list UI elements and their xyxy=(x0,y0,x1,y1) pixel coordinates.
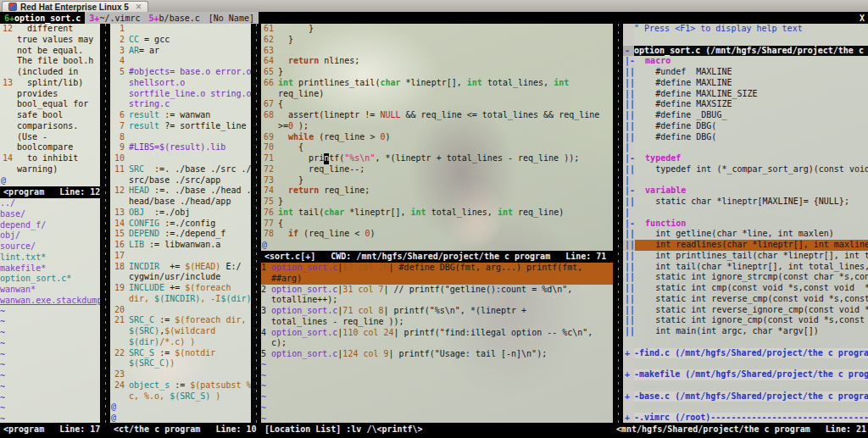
editor-row[interactable]: || static int cmp(const void *s,const vo… xyxy=(623,283,868,294)
editor-row[interactable]: dir, $(INCDIR), -I$(dir)) xyxy=(110,294,251,305)
editor-row[interactable]: 15DEPEND :=./depend_f xyxy=(110,229,251,240)
editor-row[interactable]: || int tail(char *lineptr[], int total_l… xyxy=(623,262,868,273)
editor-row[interactable]: 22SRC_S := $(notdir xyxy=(110,348,251,359)
editor-row[interactable]: 65} xyxy=(261,67,613,78)
editor-row[interactable]: | xyxy=(623,175,868,186)
editor-row[interactable]: || #undef MAXLINE xyxy=(623,67,868,78)
editor-row[interactable]: 9#LIBS=$(result).lib xyxy=(110,142,251,153)
editor-row[interactable]: 3 option_sort.c|71 col 8| printf("%s\n",… xyxy=(261,306,613,317)
editor-row[interactable]: 13OBJ :=./obj xyxy=(110,208,251,219)
statusline-explorer[interactable]: <program Line: 17 xyxy=(0,423,110,435)
editor-row[interactable]: || int readlines(char *lineptr[], int ma… xyxy=(623,240,868,251)
editor-row[interactable]: |- function xyxy=(623,219,868,230)
editor-row[interactable]: ~ xyxy=(0,414,100,423)
editor-row[interactable]: +-base.c (/mnt/hgfs/Shared/project/the c… xyxy=(623,391,868,402)
window-separator[interactable] xyxy=(613,24,623,423)
tab-close-icon[interactable]: X xyxy=(860,14,868,23)
editor-row[interactable]: +-find.c (/mnt/hgfs/Shared/project/the c… xyxy=(623,348,868,359)
editor-row[interactable]: req_line) xyxy=(261,89,613,100)
editor-row[interactable]: 12HEAD :=. ./base ./head ./ xyxy=(110,186,251,197)
statusline-makefile[interactable]: <ct/the c program Line: 10 xyxy=(110,423,261,435)
window-separator[interactable] xyxy=(251,24,261,423)
editor-row[interactable]: 16LIB := libwanwan.a xyxy=(110,240,251,251)
makefile-pane[interactable]: 12CC = gcc3AR= ar45#objects= base.o erro… xyxy=(110,24,251,423)
editor-row[interactable]: ~ xyxy=(0,371,100,382)
editor-row[interactable]: total_lines - req_line )); xyxy=(261,317,613,328)
editor-row[interactable]: 62 } xyxy=(261,35,613,46)
editor-row[interactable]: " Press <F1> to display help text xyxy=(623,24,868,35)
editor-row[interactable]: 77{ xyxy=(261,219,613,230)
editor-row[interactable]: ~ xyxy=(0,382,100,393)
editor-row[interactable]: ~ xyxy=(0,339,100,350)
editor-row[interactable]: 14 to inhibit xyxy=(0,153,100,164)
editor-row[interactable]: || #define DBG( xyxy=(623,132,868,143)
editor-row[interactable]: ~ xyxy=(0,307,100,318)
editor-row[interactable]: ~ xyxy=(0,393,100,404)
editor-row[interactable]: 67{ xyxy=(261,99,613,110)
editor-row[interactable]: || #define _DBUG_ xyxy=(623,110,868,121)
editor-row[interactable]: 6result := wanwan xyxy=(110,110,251,121)
statusline-loclist[interactable]: [Location List] :lv /\<printf\> xyxy=(261,423,613,435)
editor-row[interactable]: 69 while (req_line > 0) xyxy=(261,132,613,143)
editor-row[interactable]: bool_equal for xyxy=(0,99,100,110)
editor-row[interactable]: ~ xyxy=(261,392,613,403)
editor-row[interactable]: 21SRC_C := $(foreach dir, xyxy=(110,315,251,326)
editor-row[interactable]: ~ xyxy=(0,360,100,371)
editor-row[interactable]: +-.vimrc (/root)------------------------… xyxy=(623,413,868,423)
tab-base-c[interactable]: 5+b/base.c xyxy=(145,12,204,24)
statusline-code[interactable]: <sort.c[+] CWD: /mnt/hgfs/Shared/project… xyxy=(261,251,613,263)
editor-row[interactable]: || int printlines_tail(char *lineptr[], … xyxy=(623,251,868,262)
editor-row[interactable]: || #define DBG( xyxy=(623,121,868,132)
editor-row[interactable]: $(SRC),$(wildcard xyxy=(110,326,251,337)
editor-row[interactable]: || int main(int argc, char *argv[]) xyxy=(623,326,868,337)
editor-row[interactable]: @ xyxy=(110,413,251,423)
editor-row[interactable]: ~ xyxy=(261,403,613,414)
statusline-lint[interactable]: <program Line: 12 xyxy=(0,186,100,198)
editor-row[interactable]: +-makefile (/mnt/hgfs/Shared/project/the… xyxy=(623,369,868,380)
editor-row[interactable] xyxy=(623,402,868,413)
editor-row[interactable]: 73 } xyxy=(261,175,613,186)
editor-row[interactable]: 1 xyxy=(110,24,251,35)
editor-row[interactable]: comparisons. xyxy=(0,121,100,132)
editor-row[interactable]: c); xyxy=(261,338,613,349)
editor-row[interactable]: (included in xyxy=(0,67,100,78)
file-explorer-pane[interactable]: ../base/depend_f/obj/source/lint.txt*mak… xyxy=(0,198,100,423)
editor-row[interactable]: 72 req_line--; xyxy=(261,164,613,175)
editor-row[interactable]: ~ xyxy=(261,360,613,371)
window-separator[interactable] xyxy=(100,24,110,423)
editor-row[interactable]: | xyxy=(623,142,868,153)
editor-row[interactable] xyxy=(623,337,868,348)
lint-output-pane[interactable]: 12 differenttrue values maynot be equal.… xyxy=(0,24,100,186)
editor-row[interactable]: @ xyxy=(0,175,100,186)
editor-row[interactable]: || int getline(char *line, int maxlen) xyxy=(623,229,868,240)
tab-no-name[interactable]: [No Name] xyxy=(204,12,259,24)
editor-row[interactable]: || static int ignore_cmp(const void *s,c… xyxy=(623,315,868,326)
editor-row[interactable]: 13 splint/lib) xyxy=(0,78,100,89)
editor-row[interactable]: ~ xyxy=(0,350,100,361)
editor-row[interactable]: @ xyxy=(110,402,251,413)
vm-tab[interactable]: Red Hat Enterprise Linux 5 ✕ xyxy=(2,1,148,12)
editor-row[interactable]: totalline++); xyxy=(261,295,613,306)
editor-row[interactable]: ~ xyxy=(261,381,613,392)
editor-row[interactable]: boolcompare xyxy=(0,142,100,153)
editor-row[interactable]: 23 xyxy=(110,369,251,380)
editor-row[interactable]: $(SRC_C)) xyxy=(110,358,251,369)
editor-row[interactable]: provides xyxy=(0,89,100,100)
editor-row[interactable]: ~ xyxy=(0,403,100,414)
location-list-pane[interactable]: 1 option_sort.c|17 col 26| #define DBG(f… xyxy=(261,263,613,423)
editor-row[interactable]: 61 } xyxy=(261,24,613,35)
editor-row[interactable]: 74 return req_line; xyxy=(261,186,613,197)
editor-row[interactable]: -option_sort.c (/mnt/hgfs/Shared/project… xyxy=(623,46,868,57)
editor-row[interactable]: 76int tail(char *lineptr[], int total_li… xyxy=(261,208,613,219)
editor-row[interactable]: 2 option_sort.c|31 col 7| // printf("get… xyxy=(261,285,613,296)
editor-row[interactable] xyxy=(623,358,868,369)
editor-row[interactable]: 4 xyxy=(110,56,251,67)
editor-row[interactable]: cygwin/usr/include xyxy=(110,272,251,283)
editor-row[interactable] xyxy=(623,35,868,46)
editor-row[interactable]: safe bool xyxy=(0,110,100,121)
editor-row[interactable]: | xyxy=(623,208,868,219)
editor-row[interactable]: 11SRC :=. ./base ./src ./ xyxy=(110,164,251,175)
editor-row[interactable]: 18INCDIR += $(HEAD) E:/ xyxy=(110,262,251,273)
editor-row[interactable]: 63 xyxy=(261,46,613,57)
editor-row[interactable]: string.c xyxy=(110,99,251,110)
